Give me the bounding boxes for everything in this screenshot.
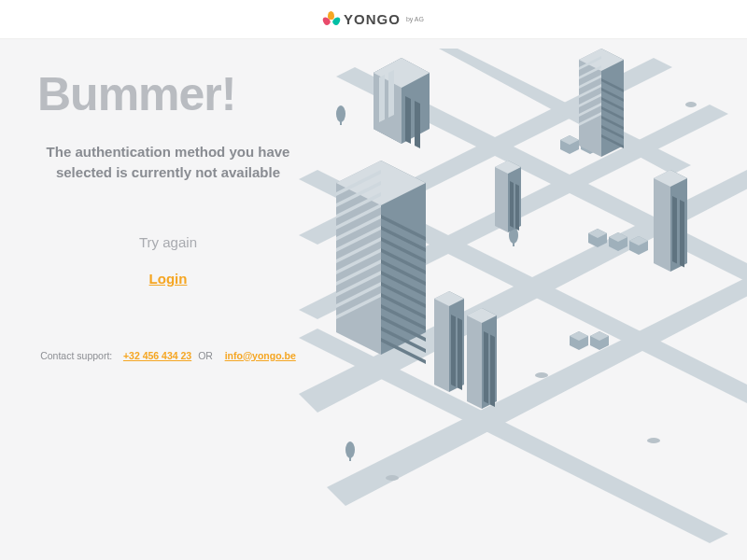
- svg-rect-61: [388, 70, 394, 118]
- svg-point-102: [685, 102, 697, 107]
- city-illustration: [299, 49, 747, 560]
- support-email-link[interactable]: info@yongo.be: [225, 350, 296, 361]
- svg-point-99: [535, 372, 548, 378]
- error-title: Bummer!: [37, 67, 299, 121]
- svg-point-100: [386, 475, 399, 481]
- header: YONGO by AG: [0, 0, 747, 39]
- logo-icon: [323, 11, 340, 28]
- svg-rect-93: [458, 318, 462, 391]
- svg-rect-23: [340, 119, 342, 125]
- svg-marker-90: [434, 291, 449, 392]
- svg-rect-82: [510, 181, 514, 228]
- svg-rect-83: [515, 184, 519, 231]
- svg-rect-88: [680, 200, 684, 268]
- support-prefix: Contact support:: [40, 350, 112, 361]
- svg-marker-95: [467, 308, 482, 409]
- error-subtitle: The authentication method you have selec…: [37, 142, 299, 183]
- svg-rect-60: [379, 75, 385, 122]
- logo-text: YONGO: [344, 11, 401, 27]
- svg-rect-27: [349, 455, 351, 461]
- logo: YONGO by AG: [323, 11, 424, 28]
- support-line: Contact support: +32 456 434 23 OR info@…: [37, 350, 299, 361]
- support-or: OR: [198, 350, 213, 361]
- illustration-panel: [317, 39, 747, 560]
- svg-rect-58: [405, 96, 411, 144]
- error-panel: Bummer! The authentication method you ha…: [0, 39, 317, 560]
- svg-rect-92: [451, 315, 456, 387]
- try-again-label: Try again: [37, 234, 299, 250]
- svg-rect-98: [490, 335, 495, 408]
- logo-byline: by AG: [406, 16, 424, 22]
- svg-rect-59: [415, 101, 420, 148]
- svg-rect-97: [484, 331, 488, 404]
- svg-rect-25: [513, 241, 514, 246]
- svg-rect-87: [672, 196, 677, 264]
- svg-point-101: [647, 438, 660, 443]
- login-link[interactable]: Login: [37, 271, 299, 287]
- main: Bummer! The authentication method you ha…: [0, 39, 747, 560]
- support-phone-link[interactable]: +32 456 434 23: [123, 350, 191, 361]
